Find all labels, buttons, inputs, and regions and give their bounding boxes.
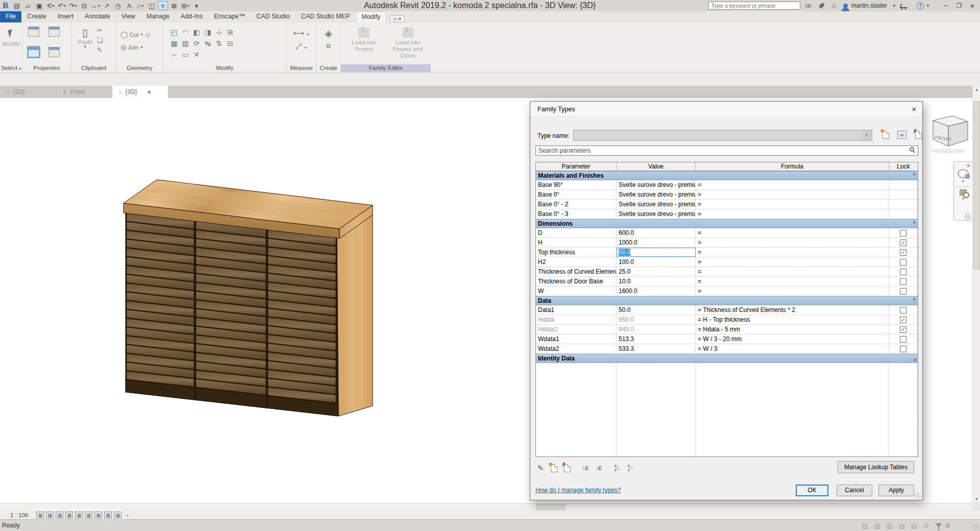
lock-checkbox[interactable]: ✓ bbox=[900, 317, 906, 323]
user-menu-caret-icon[interactable]: ▼ bbox=[892, 1, 896, 10]
section-header-identity-data[interactable]: Identity Data« bbox=[536, 354, 918, 363]
manage-lookup-tables-button[interactable]: Manage Lookup Tables bbox=[838, 461, 914, 473]
select-links-icon[interactable]: ▨ bbox=[861, 521, 870, 529]
lock-checkbox[interactable]: ✓ bbox=[900, 326, 906, 333]
section-collapse-icon[interactable]: « bbox=[912, 173, 918, 179]
default-3d-view-icon[interactable]: ⌂▾ bbox=[135, 1, 145, 10]
create-group-icon[interactable]: ⧉ bbox=[316, 42, 340, 50]
show-crop-icon[interactable]: ▦ bbox=[85, 512, 92, 518]
modify-cursor-icon[interactable] bbox=[8, 29, 14, 38]
delete-type-button[interactable]: ✗ bbox=[912, 129, 924, 141]
scroll-up-icon[interactable]: ▲ bbox=[973, 86, 980, 93]
type-properties-icon[interactable] bbox=[48, 47, 60, 57]
modify-tool-icon-11[interactable]: ⊟ bbox=[227, 39, 233, 47]
parameter-name-cell[interactable]: Top thickness bbox=[536, 248, 617, 257]
search-parameters-input[interactable]: Search parameters bbox=[535, 146, 918, 156]
column-header-parameter[interactable]: Parameter bbox=[536, 162, 617, 171]
create-component-icon[interactable]: ◈ bbox=[316, 28, 340, 39]
parameter-formula-cell[interactable]: = bbox=[696, 209, 889, 219]
dialog-close-icon[interactable]: × bbox=[912, 105, 916, 113]
print-icon[interactable]: ⊟ bbox=[79, 1, 89, 10]
parameter-formula-cell[interactable]: = bbox=[696, 190, 889, 199]
restore-button[interactable]: ❐ bbox=[953, 1, 965, 10]
tag-icon[interactable]: ◷ bbox=[113, 1, 123, 10]
open-icon[interactable]: ▱ bbox=[23, 1, 33, 10]
ribbon-tab-view[interactable]: View bbox=[116, 11, 141, 22]
solid-icon[interactable]: ◇ bbox=[145, 31, 150, 38]
zoom-tool-icon[interactable] bbox=[960, 189, 967, 196]
parameter-value-cell[interactable]: 950.0 bbox=[617, 315, 696, 324]
close-button[interactable]: × bbox=[967, 1, 978, 10]
search-binoculars-icon[interactable] bbox=[805, 1, 812, 10]
parameter-name-cell[interactable]: Base 90° bbox=[536, 180, 617, 189]
parameter-formula-cell[interactable]: = W / 3 - 20 mm bbox=[696, 334, 889, 344]
cancel-button[interactable]: Cancel bbox=[837, 485, 872, 496]
modify-mode-button[interactable]: Modify bbox=[0, 41, 22, 47]
view-tab-0[interactable]: ⌂{3D} bbox=[0, 86, 56, 98]
load-into-project-and-close-button[interactable]: Load into Project and Close bbox=[388, 26, 427, 64]
app-menu-icon[interactable]: ▤ bbox=[12, 1, 22, 10]
load-into-project-button[interactable]: Load into Project bbox=[345, 26, 383, 64]
parameter-formula-cell[interactable]: = bbox=[696, 257, 889, 267]
modify-tool-icon-10[interactable]: ⇅ bbox=[216, 39, 222, 47]
parameter-name-cell[interactable]: Thickness of Door Base bbox=[536, 277, 617, 286]
ribbon-tab-enscape-[interactable]: Enscape™ bbox=[208, 11, 251, 22]
view-tab-1[interactable]: ⇧Front bbox=[56, 86, 112, 98]
new-type-button[interactable]: ✱ bbox=[879, 129, 892, 141]
column-header-formula[interactable]: Formula bbox=[696, 162, 889, 171]
join-geometry-button[interactable]: ◎Join▼ bbox=[120, 43, 163, 51]
parameter-value-cell[interactable]: 1000.0 bbox=[617, 238, 696, 247]
ribbon-tab-add-ins[interactable]: Add-Ins bbox=[175, 11, 208, 22]
ribbon-tab-cad-studio[interactable]: CAD Studio bbox=[251, 11, 295, 22]
app-store-cart-icon[interactable] bbox=[900, 1, 908, 10]
parameter-value-cell[interactable]: 100.0 bbox=[617, 257, 696, 267]
collapse-view-bar-icon[interactable]: ‹ bbox=[127, 512, 129, 518]
sync-caret-icon[interactable]: ▾ bbox=[53, 4, 55, 8]
lock-checkbox[interactable] bbox=[900, 307, 906, 313]
close-hidden-windows-icon[interactable]: ⊠ bbox=[169, 1, 179, 10]
parameter-formula-cell[interactable]: = bbox=[696, 248, 889, 257]
communication-center-icon[interactable] bbox=[819, 1, 825, 10]
ribbon-tab-file[interactable]: File bbox=[0, 11, 21, 22]
modify-tool-icon-6[interactable]: ▦ bbox=[170, 39, 177, 47]
section-collapse-icon[interactable]: « bbox=[912, 221, 918, 227]
type-name-select[interactable]: ▼ bbox=[573, 130, 872, 141]
parameter-name-cell[interactable]: Base 0° bbox=[536, 190, 617, 199]
family-types-button[interactable] bbox=[28, 47, 39, 57]
parameter-formula-cell[interactable]: = Hdata - 5 mm bbox=[696, 325, 889, 334]
switch-windows-icon[interactable]: ⊞▾ bbox=[180, 1, 190, 10]
parameter-formula-cell[interactable]: = bbox=[696, 180, 889, 189]
selection-filter-icon[interactable] bbox=[934, 521, 943, 529]
ribbon-tab-create[interactable]: Create bbox=[21, 11, 52, 22]
minimize-button[interactable]: – bbox=[940, 1, 951, 10]
section-collapse-icon[interactable]: « bbox=[912, 355, 918, 361]
horizontal-scrollbar[interactable] bbox=[0, 503, 972, 511]
select-by-face-icon[interactable]: ▨ bbox=[897, 521, 906, 529]
revit-logo-icon[interactable]: R bbox=[1, 1, 11, 10]
ribbon-collapse-icon[interactable]: ▭ ▾ bbox=[389, 15, 405, 22]
modify-tool-icon-12[interactable]: ⌐ bbox=[172, 51, 176, 59]
parameter-value-cell[interactable]: 533.3 bbox=[617, 344, 696, 353]
help-search-input[interactable]: Type a keyword or phrase bbox=[708, 2, 800, 10]
match-properties-icon[interactable]: ✎ bbox=[96, 46, 103, 54]
thin-lines-icon[interactable]: ≡ bbox=[158, 1, 168, 10]
parameter-formula-cell[interactable]: = bbox=[696, 200, 889, 209]
parameter-name-cell[interactable]: W bbox=[536, 286, 617, 296]
manage-family-types-help-link[interactable]: How do I manage family types? bbox=[535, 487, 621, 494]
parameter-name-cell[interactable]: Base 0° - 3 bbox=[536, 209, 617, 219]
modify-tool-icon-4[interactable]: ⊹ bbox=[216, 28, 222, 36]
reveal-hidden-icon[interactable]: ▦ bbox=[114, 512, 121, 518]
undo-caret-icon[interactable]: ▾ bbox=[64, 4, 66, 8]
parameter-name-cell[interactable]: Wdata2 bbox=[536, 344, 617, 353]
ribbon-tab-cad-studio-mep[interactable]: CAD Studio MEP bbox=[296, 11, 356, 22]
signed-in-user[interactable]: martin.stoder bbox=[851, 1, 887, 10]
modify-tool-icon-2[interactable]: ◧ bbox=[193, 28, 200, 36]
parameter-value-cell[interactable]: 50.0 bbox=[617, 248, 696, 257]
sort-descending-icon[interactable]: A Z↑ bbox=[624, 462, 636, 474]
temporary-hide-icon[interactable]: ▦ bbox=[104, 512, 112, 518]
parameter-value-cell[interactable]: 945.0 bbox=[617, 325, 696, 334]
parameter-name-cell[interactable]: Hdata bbox=[536, 315, 617, 324]
parameter-value-cell[interactable]: 600.0 bbox=[617, 228, 696, 237]
panel-label-select[interactable]: Select ▾ bbox=[0, 64, 22, 73]
measure-tool-icon[interactable]: ⟷ ▼ bbox=[287, 29, 316, 38]
